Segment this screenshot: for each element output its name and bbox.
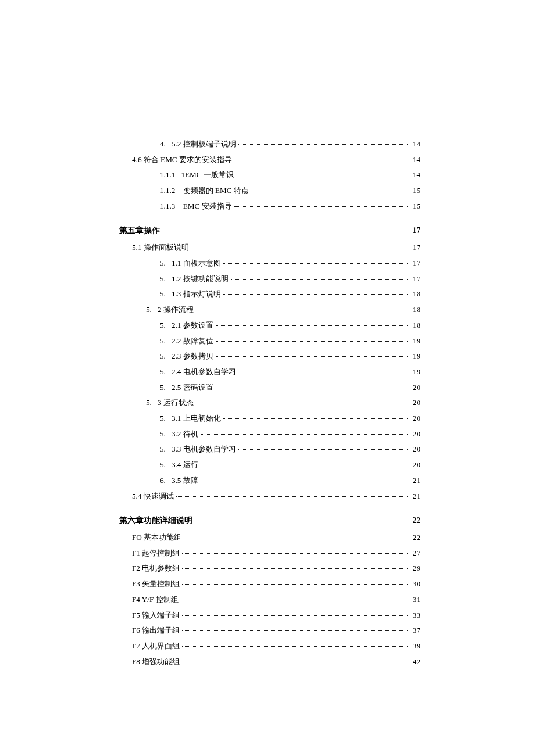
toc-dot-leader	[176, 496, 408, 497]
toc-entry-label: FO 基本功能组	[132, 533, 181, 542]
toc-entry-row: 5.3.4 运行20	[119, 461, 420, 470]
toc-entry-row: 1.1.3 EMC 安装指导15	[119, 202, 420, 211]
toc-dot-leader	[182, 630, 408, 631]
toc-dot-leader	[216, 388, 408, 388]
toc-entry-title: 3 运行状态	[158, 398, 194, 407]
toc-entry-row: 5.2.3 参数拷贝19	[119, 352, 420, 361]
toc-entry-label: 5.3.4 运行	[160, 461, 198, 470]
toc-entry-page: 22	[410, 533, 420, 542]
toc-entry-label: 第五章操作	[119, 227, 160, 235]
toc-entry-row: 1.1.2 变频器的 EMC 特点15	[119, 187, 420, 195]
toc-entry-row: 5.3 运行状态20	[119, 399, 420, 407]
toc-entry-label: 5.2.3 参数拷贝	[160, 352, 213, 361]
toc-entry-page: 15	[410, 187, 420, 195]
toc-entry-title: F7 人机界面组	[132, 642, 180, 650]
toc-entry-title: 5.4 快速调试	[132, 492, 174, 500]
toc-entry-title: 2 操作流程	[158, 305, 194, 314]
toc-entry-label: 5.1.2 按键功能说明	[160, 275, 229, 284]
toc-entry-row: 5.1.2 按键功能说明17	[119, 275, 420, 284]
toc-entry-label: 1.1.2 变频器的 EMC 特点	[160, 187, 249, 195]
toc-entry-page: 42	[410, 658, 420, 667]
toc-entry-row: F2 电机参数组29	[119, 564, 420, 573]
toc-entry-label: 1.1.11EMC 一般常识	[160, 171, 234, 180]
toc-entry-label: 5.2 操作流程	[146, 306, 194, 314]
toc-entry-prefix: 5.	[146, 398, 152, 407]
toc-entry-title: 3.5 故障	[172, 476, 198, 485]
toc-entry-prefix: 1.1.2	[160, 186, 175, 195]
toc-entry-page: 19	[410, 337, 420, 346]
toc-entry-row: 6.3.5 故障21	[119, 476, 420, 485]
toc-entry-title: F4 Y/F 控制组	[132, 595, 179, 604]
toc-entry-title: 5.1 操作面板说明	[132, 243, 189, 252]
toc-entry-page: 18	[410, 321, 420, 330]
toc-entry-page: 14	[410, 171, 420, 180]
toc-dot-leader	[196, 310, 408, 310]
toc-entry-label: 5.1 操作面板说明	[132, 243, 189, 252]
toc-dot-leader	[201, 481, 408, 481]
toc-entry-title: EMC 安装指导	[181, 202, 231, 210]
toc-entry-label: 5.2.5 密码设置	[160, 384, 213, 392]
toc-entry-label: 1.1.3 EMC 安装指导	[160, 202, 232, 211]
toc-entry-title: F2 电机参数组	[132, 564, 180, 572]
toc-entry-page: 15	[410, 202, 420, 211]
toc-entry-prefix: 5.	[160, 383, 166, 392]
toc-dot-leader	[184, 538, 408, 538]
toc-entry-title: 1EMC 一般常识	[181, 170, 233, 179]
toc-dot-leader	[223, 263, 408, 264]
toc-entry-title: 变频器的 EMC 特点	[181, 186, 248, 195]
toc-entry-title: 3.4 运行	[172, 460, 198, 469]
toc-dot-leader	[195, 521, 408, 521]
toc-chapter-row: 第五章操作17	[119, 227, 420, 235]
toc-entry-row: FO 基本功能组22	[119, 533, 420, 542]
toc-dot-leader	[216, 325, 408, 326]
toc-entry-row: 5.2.4 电机参数自学习19	[119, 368, 420, 377]
toc-entry-row: 4.5.2 控制板端子说明14	[119, 140, 420, 149]
toc-entry-title: 1.1 面板示意图	[172, 259, 221, 267]
toc-entry-title: 3.2 待机	[172, 429, 198, 438]
toc-entry-prefix: 4.	[160, 139, 166, 148]
toc-entry-page: 20	[410, 430, 420, 439]
toc-entry-row: F6 输出端子组37	[119, 626, 420, 635]
toc-entry-label: 5.3.2 待机	[160, 430, 198, 439]
toc-entry-title: 1.2 按键功能说明	[172, 274, 229, 283]
toc-dot-leader	[216, 356, 408, 357]
toc-entry-page: 31	[410, 596, 420, 604]
toc-entry-row: 5.1 操作面板说明17	[119, 243, 420, 252]
toc-dot-leader	[162, 231, 408, 231]
toc-entry-title: 2.1 参数设置	[172, 321, 213, 329]
toc-entry-page: 19	[410, 368, 420, 377]
toc-entry-row: F5 输入端子组33	[119, 611, 420, 620]
toc-entry-page: 20	[410, 384, 420, 392]
toc-entry-row: 5.3.2 待机20	[119, 430, 420, 439]
toc-entry-title: 2.3 参数拷贝	[172, 352, 213, 360]
toc-dot-leader	[182, 646, 408, 647]
toc-entry-label: F5 输入端子组	[132, 611, 180, 620]
toc-dot-leader	[223, 294, 408, 295]
toc-entry-page: 18	[410, 306, 420, 314]
toc-entry-prefix: 5.	[160, 352, 166, 360]
toc-entry-label: 5.2.1 参数设置	[160, 321, 213, 330]
toc-dot-leader	[216, 341, 408, 342]
toc-entry-title: F6 输出端子组	[132, 626, 180, 635]
toc-entry-label: 第六章功能详细说明	[119, 517, 192, 525]
toc-entry-row: 5.2 操作流程18	[119, 306, 420, 314]
toc-dot-leader	[234, 206, 408, 207]
toc-entry-label: 5.3.1 上电初始化	[160, 414, 221, 423]
toc-entry-label: 5.3.3 电机参数自学习	[160, 445, 236, 454]
toc-entry-title: F1 起停控制组	[132, 549, 180, 557]
toc-entry-label: 5.2.4 电机参数自学习	[160, 368, 236, 377]
toc-entry-title: 2.2 故障复位	[172, 336, 213, 345]
toc-entry-label: 5.1.1 面板示意图	[160, 259, 221, 268]
toc-entry-row: 4.6 符合 EMC 要求的安装指导14	[119, 156, 420, 164]
toc-dot-leader	[182, 568, 408, 569]
toc-dot-leader	[238, 372, 408, 372]
toc-entry-row: F8 增强功能组42	[119, 658, 420, 667]
toc-entry-page: 17	[410, 259, 420, 268]
toc-entry-page: 17	[410, 227, 420, 235]
toc-entry-page: 21	[410, 492, 420, 501]
toc-entry-prefix: 5.	[160, 445, 166, 453]
toc-entry-title: 2.5 密码设置	[172, 383, 213, 392]
toc-dot-leader	[201, 434, 408, 435]
toc-entry-row: F4 Y/F 控制组31	[119, 596, 420, 604]
toc-dot-leader	[238, 449, 408, 450]
